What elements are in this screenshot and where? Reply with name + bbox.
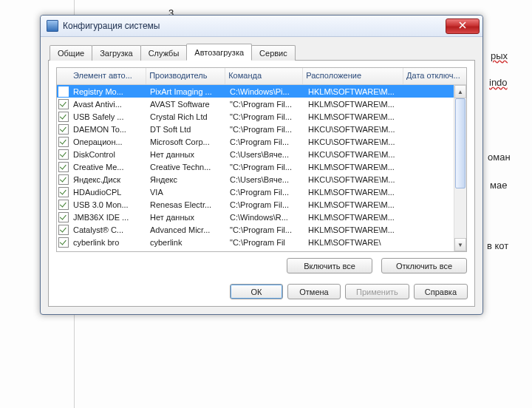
cell-element: JMB36X IDE ... [70,213,147,222]
table-row[interactable]: JMB36X IDE ...Нет данныхC:\Windows\R...H… [57,211,454,223]
cell-location: HKLM\SOFTWARE\M... [305,163,407,171]
msconfig-dialog: Конфигурация системы ОбщиеЗагрузкаСлужбы… [40,15,483,315]
vertical-scrollbar[interactable]: ▲ ▼ [454,85,466,251]
row-checkbox[interactable] [58,124,69,135]
row-checkbox[interactable] [58,212,69,222]
tab-startup[interactable]: Автозагрузка [186,44,252,61]
col-command[interactable]: Команда [225,68,303,84]
cell-location: HKLM\SOFTWARE\M... [305,188,407,197]
row-checkbox[interactable] [58,137,69,147]
cell-location: HKCU\SOFTWARE\M... [305,150,407,159]
enable-all-button[interactable]: Включить все [287,258,372,273]
cell-vendor: DT Soft Ltd [147,125,227,134]
cell-location: HKLM\SOFTWARE\M... [305,112,407,121]
table-row[interactable]: HDAudioCPLVIAC:\Program Fil...HKLM\SOFTW… [57,186,454,198]
table-row[interactable]: Операцион...Microsoft Corp...C:\Program … [57,135,454,148]
cell-vendor: VIA [147,188,227,197]
row-checkbox[interactable] [58,174,69,185]
bg-text-fragment: indo [489,77,508,88]
close-button[interactable] [446,18,480,34]
col-vendor[interactable]: Производитель [146,68,225,84]
cell-vendor: AVAST Software [147,100,227,109]
cell-element: HDAudioCPL [70,188,147,197]
row-checkbox[interactable] [58,149,69,160]
table-row[interactable]: Creative Me...Creative Techn..."C:\Progr… [57,160,454,173]
cell-vendor: PixArt Imaging ... [147,87,227,96]
col-disabled[interactable]: Дата отключ... [403,68,466,84]
table-row[interactable]: USB Safely ...Crystal Rich Ltd"C:\Progra… [57,110,454,123]
cell-vendor: Advanced Micr... [147,225,227,234]
ok-button[interactable]: ОК [230,284,283,299]
bg-text-fragment: оман [488,152,511,163]
cell-location: HKLM\SOFTWARE\M... [305,100,407,109]
bg-text-fragment: рых [491,50,508,61]
scroll-track[interactable] [454,98,466,238]
cell-element: Creative Me... [70,163,147,171]
row-checkbox[interactable] [58,225,69,235]
cell-command: "C:\Program Fil... [227,100,305,109]
row-checkbox[interactable] [58,99,69,109]
cell-element: Яндекс.Диск [70,175,147,184]
cell-command: C:\Program Fil... [227,137,305,146]
disable-all-button[interactable]: Отключить все [381,258,467,273]
cancel-button[interactable]: Отмена [287,284,341,299]
startup-listview[interactable]: Элемент авто... Производитель Команда Ра… [56,67,467,252]
listview-header[interactable]: Элемент авто... Производитель Команда Ра… [57,68,466,85]
cell-command: C:\Program Fil... [227,200,305,209]
cell-vendor: Нет данных [147,150,227,159]
table-row[interactable]: Яндекс.ДискЯндексC:\Users\Вяче...HKCU\SO… [57,173,454,186]
table-row[interactable]: Registry Mo...PixArt Imaging ...C:\Windo… [57,85,454,98]
cell-element: DAEMON To... [70,125,147,134]
table-row[interactable]: DAEMON To...DT Soft Ltd"C:\Program Fil..… [57,123,454,135]
tab-general[interactable]: Общие [50,45,92,61]
cell-vendor: Яндекс [147,175,227,184]
cell-location: HKCU\SOFTWARE\M... [305,125,407,134]
tab-boot[interactable]: Загрузка [92,45,140,61]
row-checkbox[interactable] [58,187,69,197]
cell-location: HKCU\SOFTWARE\M... [305,175,407,184]
table-row[interactable]: USB 3.0 Mon...Renesas Electr...C:\Progra… [57,198,454,211]
table-row[interactable]: Catalyst® C...Advanced Micr..."C:\Progra… [57,223,454,236]
row-checkbox[interactable] [58,200,69,210]
cell-vendor: Crystal Rich Ltd [147,112,227,121]
cell-location: HKLM\SOFTWARE\M... [305,200,407,209]
cell-element: Операцион... [70,137,147,146]
cell-vendor: Creative Techn... [147,163,227,171]
tab-tools[interactable]: Сервис [251,45,296,61]
cell-command: C:\Windows\R... [227,213,305,222]
startup-panel: Элемент авто... Производитель Команда Ра… [48,60,475,307]
cell-command: "C:\Program Fil... [227,225,305,234]
row-checkbox[interactable] [58,162,69,172]
cell-vendor: Renesas Electr... [147,200,227,209]
help-button[interactable]: Справка [414,284,468,299]
cell-command: C:\Windows\Pi... [227,87,305,96]
bg-text-fragment: мае [490,180,507,191]
cell-command: "C:\Program Fil... [227,125,305,134]
scroll-thumb[interactable] [455,98,466,188]
row-checkbox[interactable] [58,86,69,97]
cell-location: HKLM\SOFTWARE\M... [305,87,407,96]
cell-element: USB Safely ... [70,112,147,121]
table-row[interactable]: Avast Antivi...AVAST Software"C:\Program… [57,98,454,110]
row-checkbox[interactable] [58,237,69,248]
cell-command: C:\Program Fil... [227,188,305,197]
apply-button[interactable]: Применить [345,284,409,299]
app-icon [47,20,58,32]
tabstrip: ОбщиеЗагрузкаСлужбыАвтозагрузкаСервис [48,44,475,61]
row-checkbox[interactable] [58,112,69,122]
titlebar[interactable]: Конфигурация системы [41,16,482,37]
cell-command: "C:\Program Fil... [227,163,305,171]
scroll-up-button[interactable]: ▲ [454,85,466,98]
col-element[interactable]: Элемент авто... [70,68,146,84]
table-row[interactable]: cyberlink brocyberlink"C:\Program FilHKL… [57,236,454,248]
scroll-down-button[interactable]: ▼ [454,238,466,251]
col-location[interactable]: Расположение [303,68,403,84]
cell-location: HKLM\SOFTWARE\M... [305,213,407,222]
cell-command: "C:\Program Fil [227,238,305,247]
tab-services[interactable]: Службы [140,45,188,61]
cell-command: C:\Users\Вяче... [227,175,305,184]
cell-vendor: cyberlink [147,238,227,247]
table-row[interactable]: DiskControlНет данныхC:\Users\Вяче...HKC… [57,148,454,160]
cell-element: Avast Antivi... [70,100,147,109]
cell-location: HKCU\SOFTWARE\M... [305,137,407,146]
